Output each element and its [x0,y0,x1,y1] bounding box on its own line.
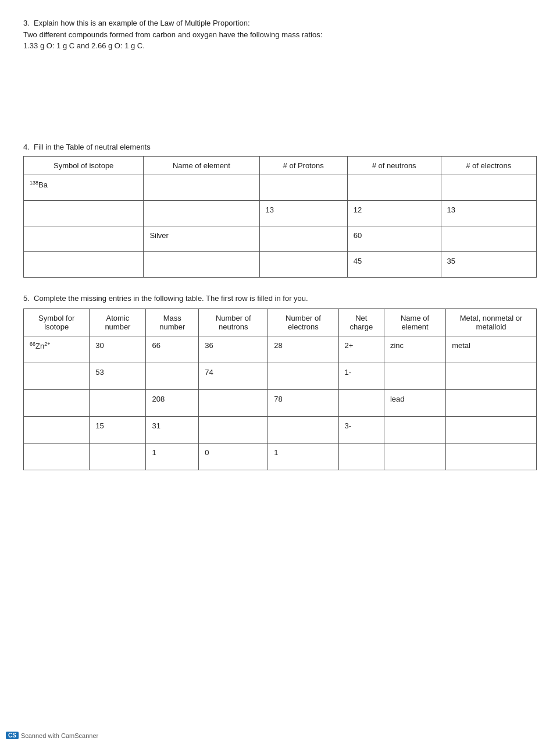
q4-row1-col0 [24,200,144,226]
q4-row1-col2: 13 [259,200,347,226]
q5-row3-col2: 31 [146,416,199,443]
q5-row4-col4: 1 [268,443,338,470]
q5-row2-col7 [446,389,537,416]
q5-row1-col0 [24,363,90,389]
question-4: 4. Fill in the Table of neutral elements… [23,143,537,278]
q5-row2-col1 [90,389,146,416]
q4-row2-col4 [441,226,536,251]
q5-header-3: Number of neutrons [199,308,268,336]
q5-row2-col2: 208 [146,389,199,416]
q4-row3-col4: 35 [441,251,536,277]
q5-row0-col4: 28 [268,336,338,363]
q5-row0-col7: metal [446,336,537,363]
q5-header-6: Name of element [384,308,445,336]
q5-row0-col5: 2+ [338,336,384,363]
q5-header-0: Symbol for isotope [24,308,90,336]
q4-row3-col0 [24,251,144,277]
q5-row0-col6: zinc [384,336,445,363]
q5-row0-col0: 66Zn2+ [24,336,90,363]
q4-row2-col1: Silver [144,226,259,251]
q4-row1-col3: 12 [347,200,441,226]
q5-row4-col1 [90,443,146,470]
question-3: 3. Explain how this is an example of the… [23,17,537,52]
q5-row4-col7 [446,443,537,470]
q5-row3-col4 [268,416,338,443]
footer: CS Scanned with CamScanner [6,732,98,739]
q4-header-1: Name of element [144,156,259,175]
q5-row3-col5: 3- [338,416,384,443]
q5-row1-col5: 1- [338,363,384,389]
q4-row2-col0 [24,226,144,251]
q5-row2-col4: 78 [268,389,338,416]
q5-row1-col6 [384,363,445,389]
q4-row0-col2 [259,175,347,200]
q4-header-0: Symbol of isotope [24,156,144,175]
q5-row4-col3: 0 [199,443,268,470]
q4-row0-col3 [347,175,441,200]
q4-header-3: # of neutrons [347,156,441,175]
q5-row2-col6: lead [384,389,445,416]
q4-row2-col2 [259,226,347,251]
q5-row0-col3: 36 [199,336,268,363]
q5-row2-col3 [199,389,268,416]
q5-row4-col6 [384,443,445,470]
q4-row1-col4: 13 [441,200,536,226]
q4-row3-col3: 45 [347,251,441,277]
q4-title: 4. Fill in the Table of neutral elements [23,143,537,151]
q4-row0-col4 [441,175,536,200]
q5-row2-col0 [24,389,90,416]
q5-row0-col1: 30 [90,336,146,363]
q4-row3-col1 [144,251,259,277]
cs-logo: CS [6,732,19,739]
question-5: 5. Complete the missing entries in the f… [23,294,537,470]
q5-row3-col3 [199,416,268,443]
q5-header-4: Number of electrons [268,308,338,336]
q4-row0-col1 [144,175,259,200]
q4-row2-col3: 60 [347,226,441,251]
q5-row3-col1: 15 [90,416,146,443]
q4-header-4: # of electrons [441,156,536,175]
q5-row1-col1: 53 [90,363,146,389]
q5-row4-col5 [338,443,384,470]
q4-row1-col1 [144,200,259,226]
q3-line2: Two different compounds formed from carb… [23,29,537,41]
q5-row1-col4 [268,363,338,389]
q5-header-2: Mass number [146,308,199,336]
q5-row3-col6 [384,416,445,443]
q5-row2-col5 [338,389,384,416]
q4-table: Symbol of isotope Name of element # of P… [23,156,537,278]
q5-row1-col2 [146,363,199,389]
q5-row1-col7 [446,363,537,389]
q5-row1-col3: 74 [199,363,268,389]
q4-row3-col2 [259,251,347,277]
q4-header-2: # of Protons [259,156,347,175]
q5-header-1: Atomic number [90,308,146,336]
q3-line3: 1.33 g O: 1 g C and 2.66 g O: 1 g C. [23,40,537,52]
footer-text: Scanned with CamScanner [21,732,98,739]
q5-table: Symbol for isotope Atomic number Mass nu… [23,308,537,470]
q3-line1: 3. Explain how this is an example of the… [23,17,537,29]
q5-row3-col7 [446,416,537,443]
q5-row4-col2: 1 [146,443,199,470]
q5-row3-col0 [24,416,90,443]
q5-title: 5. Complete the missing entries in the f… [23,294,537,303]
q3-number: 3. [23,19,30,27]
q5-header-7: Metal, nonmetal or metalloid [446,308,537,336]
q5-header-5: Net charge [338,308,384,336]
q5-row0-col2: 66 [146,336,199,363]
q5-row4-col0 [24,443,90,470]
q4-row0-col0: 138Ba [24,175,144,200]
